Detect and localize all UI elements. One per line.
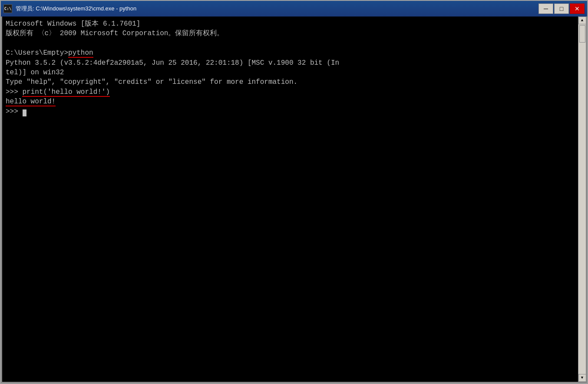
cmd-python: python (68, 49, 93, 58)
window-title: 管理员: C:\Windows\system32\cmd.exe - pytho… (16, 5, 538, 13)
content-area: Microsoft Windows [版本 6.1.7601] 版权所有 〈c〉… (1, 17, 587, 383)
window-icon: C:\ (3, 4, 12, 13)
cmd-print: print('hello world!') (22, 88, 110, 97)
cmd-window: C:\ 管理员: C:\Windows\system32\cmd.exe - p… (0, 0, 588, 384)
prompt-10: >>> (6, 108, 22, 116)
scrollbar: ▲ ▼ (578, 17, 586, 382)
scroll-thumb[interactable] (579, 25, 585, 43)
titlebar: C:\ 管理员: C:\Windows\system32\cmd.exe - p… (1, 1, 587, 17)
minimize-button[interactable]: ─ (538, 3, 553, 14)
terminal-output[interactable]: Microsoft Windows [版本 6.1.7601] 版权所有 〈c〉… (2, 17, 578, 382)
prompt-8: >>> (6, 88, 22, 96)
terminal-line-8: >>> print('hello world!') (6, 87, 575, 97)
window-controls: ─ □ ✕ (538, 3, 585, 14)
terminal-line-6: tel)] on win32 (6, 68, 575, 77)
terminal-line-1: Microsoft Windows [版本 6.1.7601] (6, 19, 575, 29)
terminal-line-10: >>> (6, 107, 575, 116)
terminal-line-4: C:\Users\Empty>python (6, 48, 575, 58)
prompt-4: C:\Users\Empty> (6, 49, 68, 57)
cursor (23, 109, 26, 116)
output-hello: hello world! (6, 98, 56, 106)
terminal-line-2: 版权所有 〈c〉 2009 Microsoft Corporation。保留所有… (6, 29, 575, 38)
terminal-line-blank (6, 39, 575, 48)
terminal-line-7: Type "help", "copyright", "credits" or "… (6, 77, 575, 87)
scroll-track[interactable] (578, 24, 586, 374)
maximize-button[interactable]: □ (554, 3, 569, 14)
scroll-up-button[interactable]: ▲ (578, 17, 586, 24)
scroll-down-button[interactable]: ▼ (578, 374, 586, 382)
terminal-line-5: Python 3.5.2 (v3.5.2:4def2a2901a5, Jun 2… (6, 58, 575, 68)
terminal-line-9: hello world! (6, 97, 575, 106)
close-button[interactable]: ✕ (570, 3, 585, 14)
